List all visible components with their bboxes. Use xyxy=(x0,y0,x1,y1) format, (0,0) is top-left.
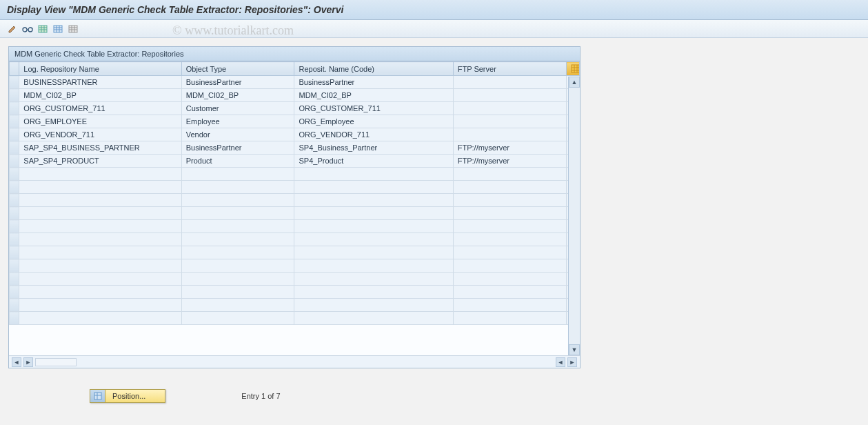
row-selector[interactable] xyxy=(10,181,19,194)
cell-object-type[interactable]: Product xyxy=(181,155,294,168)
row-selector[interactable] xyxy=(10,168,19,181)
cell-empty[interactable] xyxy=(181,233,294,246)
cell-empty[interactable] xyxy=(453,299,566,312)
cell-reposit-name[interactable]: SP4_Product xyxy=(294,155,453,168)
cell-empty[interactable] xyxy=(19,312,181,325)
cell-log-repository[interactable]: SAP_SP4_PRODUCT xyxy=(19,155,181,168)
table-row-empty[interactable] xyxy=(10,286,580,299)
cell-empty[interactable] xyxy=(294,220,453,233)
cell-log-repository[interactable]: BUSINESSPARTNER xyxy=(19,76,181,89)
row-selector[interactable] xyxy=(10,220,19,233)
cell-ftp-server[interactable]: FTP://myserver xyxy=(453,155,566,168)
cell-empty[interactable] xyxy=(181,207,294,220)
cell-reposit-name[interactable]: ORG_VENDOR_711 xyxy=(294,128,453,141)
cell-empty[interactable] xyxy=(19,181,181,194)
cell-empty[interactable] xyxy=(19,168,181,181)
table-row-empty[interactable] xyxy=(10,168,580,181)
cell-empty[interactable] xyxy=(181,299,294,312)
table-row-empty[interactable] xyxy=(10,194,580,207)
cell-empty[interactable] xyxy=(294,233,453,246)
scroll-left-icon[interactable]: ◄ xyxy=(12,357,21,367)
cell-empty[interactable] xyxy=(181,194,294,207)
scroll-down-icon[interactable]: ▼ xyxy=(569,344,580,355)
table-row[interactable]: ORG_CUSTOMER_711CustomerORG_CUSTOMER_711 xyxy=(10,102,580,115)
cell-empty[interactable] xyxy=(453,168,566,181)
table-grey-icon[interactable] xyxy=(66,23,80,35)
cell-empty[interactable] xyxy=(294,181,453,194)
cell-object-type[interactable]: MDM_CI02_BP xyxy=(181,89,294,102)
cell-empty[interactable] xyxy=(19,286,181,299)
row-selector[interactable] xyxy=(10,155,19,168)
cell-ftp-server[interactable] xyxy=(453,76,566,89)
cell-ftp-server[interactable] xyxy=(453,115,566,128)
cell-empty[interactable] xyxy=(181,273,294,286)
column-header-ftp-server[interactable]: FTP Server xyxy=(453,62,566,76)
cell-reposit-name[interactable]: SP4_Business_Partner xyxy=(294,141,453,155)
table-row[interactable]: SAP_SP4_PRODUCTProductSP4_ProductFTP://m… xyxy=(10,155,580,168)
glasses-icon[interactable] xyxy=(21,23,34,35)
cell-empty[interactable] xyxy=(181,259,294,273)
table-green-icon[interactable] xyxy=(36,23,50,35)
column-header-log-repository[interactable]: Log. Repository Name xyxy=(19,62,181,76)
scroll-left-end-icon[interactable]: ◄ xyxy=(556,357,565,367)
table-row[interactable]: SAP_SP4_BUSINESS_PARTNERBusinessPartnerS… xyxy=(10,141,580,155)
cell-log-repository[interactable]: MDM_CI02_BP xyxy=(19,89,181,102)
cell-empty[interactable] xyxy=(181,168,294,181)
horizontal-scrollbar[interactable]: ◄ ► ◄ ► xyxy=(9,355,580,368)
table-row-empty[interactable] xyxy=(10,312,580,325)
column-header-reposit-name[interactable]: Reposit. Name (Code) xyxy=(294,62,453,76)
row-selector[interactable] xyxy=(10,312,19,325)
table-row[interactable]: ORG_EMPLOYEEEmployeeORG_Employee xyxy=(10,115,580,128)
row-selector[interactable] xyxy=(10,259,19,273)
cell-empty[interactable] xyxy=(294,168,453,181)
row-selector[interactable] xyxy=(10,286,19,299)
cell-object-type[interactable]: BusinessPartner xyxy=(181,76,294,89)
row-selector[interactable] xyxy=(10,273,19,286)
row-selector[interactable] xyxy=(10,128,19,141)
scroll-track[interactable] xyxy=(35,358,77,366)
table-row-empty[interactable] xyxy=(10,207,580,220)
table-row-empty[interactable] xyxy=(10,299,580,312)
row-selector[interactable] xyxy=(10,141,19,155)
cell-empty[interactable] xyxy=(181,181,294,194)
cell-empty[interactable] xyxy=(453,207,566,220)
cell-object-type[interactable]: Employee xyxy=(181,115,294,128)
scroll-up-icon[interactable]: ▲ xyxy=(569,77,580,88)
row-selector[interactable] xyxy=(10,207,19,220)
scroll-right-end-icon[interactable]: ► xyxy=(567,357,577,367)
cell-reposit-name[interactable]: ORG_CUSTOMER_711 xyxy=(294,102,453,115)
column-header-object-type[interactable]: Object Type xyxy=(181,62,294,76)
cell-empty[interactable] xyxy=(19,273,181,286)
cell-empty[interactable] xyxy=(19,246,181,259)
cell-empty[interactable] xyxy=(294,259,453,273)
row-selector[interactable] xyxy=(10,233,19,246)
vertical-scrollbar[interactable]: ▲ ▼ xyxy=(568,77,580,355)
table-row[interactable]: ORG_VENDOR_711VendorORG_VENDOR_711 xyxy=(10,128,580,141)
cell-empty[interactable] xyxy=(294,207,453,220)
row-selector[interactable] xyxy=(10,194,19,207)
cell-empty[interactable] xyxy=(19,299,181,312)
cell-ftp-server[interactable] xyxy=(453,102,566,115)
cell-empty[interactable] xyxy=(19,259,181,273)
cell-log-repository[interactable]: ORG_VENDOR_711 xyxy=(19,128,181,141)
cell-empty[interactable] xyxy=(181,246,294,259)
cell-empty[interactable] xyxy=(294,273,453,286)
cell-empty[interactable] xyxy=(19,233,181,246)
cell-empty[interactable] xyxy=(181,220,294,233)
cell-empty[interactable] xyxy=(294,246,453,259)
row-selector[interactable] xyxy=(10,246,19,259)
row-selector[interactable] xyxy=(10,89,19,102)
table-row-empty[interactable] xyxy=(10,220,580,233)
row-selector[interactable] xyxy=(10,299,19,312)
table-row[interactable]: BUSINESSPARTNERBusinessPartnerBusinessPa… xyxy=(10,76,580,89)
cell-log-repository[interactable]: ORG_EMPLOYEE xyxy=(19,115,181,128)
cell-empty[interactable] xyxy=(294,312,453,325)
cell-empty[interactable] xyxy=(453,286,566,299)
cell-reposit-name[interactable]: BusinessPartner xyxy=(294,76,453,89)
cell-log-repository[interactable]: ORG_CUSTOMER_711 xyxy=(19,102,181,115)
table-row-empty[interactable] xyxy=(10,259,580,273)
row-selector[interactable] xyxy=(10,76,19,89)
row-selector[interactable] xyxy=(10,102,19,115)
table-row[interactable]: MDM_CI02_BPMDM_CI02_BPMDM_CI02_BP xyxy=(10,89,580,102)
cell-empty[interactable] xyxy=(294,286,453,299)
